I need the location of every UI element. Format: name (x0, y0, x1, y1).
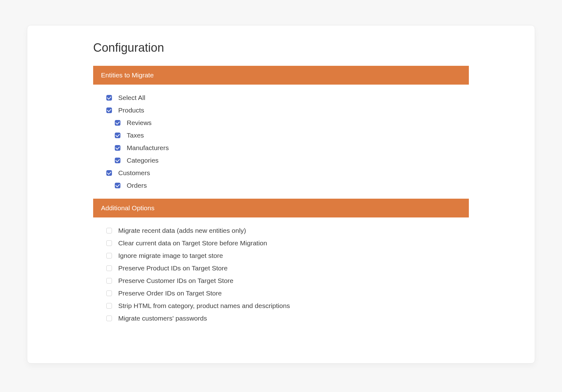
entities-checkbox-select-all[interactable] (106, 95, 112, 101)
entities-label-products: Products (118, 107, 144, 114)
options-section-header: Additional Options (93, 199, 469, 217)
options-row-migrate-recent-data-adds-new-entities-only: Migrate recent data (adds new entities o… (106, 227, 469, 234)
entities-checkbox-manufacturers[interactable] (115, 145, 120, 151)
options-checkbox-preserve-customer-ids-on-target-store[interactable] (106, 278, 112, 284)
entities-section-body: Select AllProductsReviewsTaxesManufactur… (93, 94, 469, 199)
options-row-strip-html-from-category-product-names-and-descriptions: Strip HTML from category, product names … (106, 302, 469, 310)
options-checkbox-preserve-product-ids-on-target-store[interactable] (106, 265, 112, 271)
entities-label-reviews: Reviews (127, 119, 151, 127)
entities-label-orders: Orders (127, 182, 147, 189)
entities-label-manufacturers: Manufacturers (127, 144, 169, 152)
entities-row-categories: Categories (106, 157, 469, 164)
entities-row-taxes: Taxes (106, 132, 469, 139)
entities-section-header: Entities to Migrate (93, 66, 469, 85)
options-label-preserve-customer-ids-on-target-store: Preserve Customer IDs on Target Store (118, 277, 233, 285)
options-label-migrate-recent-data-adds-new-entities-only: Migrate recent data (adds new entities o… (118, 227, 246, 234)
options-checkbox-ignore-migrate-image-to-target-store[interactable] (106, 253, 112, 259)
options-checkbox-preserve-order-ids-on-target-store[interactable] (106, 290, 112, 296)
options-row-migrate-customers-passwords: Migrate customers' passwords (106, 315, 469, 322)
entities-row-manufacturers: Manufacturers (106, 144, 469, 152)
options-row-preserve-customer-ids-on-target-store: Preserve Customer IDs on Target Store (106, 277, 469, 285)
options-label-strip-html-from-category-product-names-and-descriptions: Strip HTML from category, product names … (118, 302, 290, 310)
entities-row-select-all: Select All (106, 94, 469, 102)
entities-checkbox-categories[interactable] (115, 158, 120, 163)
options-row-preserve-product-ids-on-target-store: Preserve Product IDs on Target Store (106, 264, 469, 272)
entities-label-select-all: Select All (118, 94, 145, 102)
entities-label-categories: Categories (127, 157, 159, 164)
configuration-card: Configuration Entities to Migrate Select… (27, 25, 535, 363)
entities-label-taxes: Taxes (127, 132, 144, 139)
options-row-ignore-migrate-image-to-target-store: Ignore migrate image to target store (106, 252, 469, 259)
options-label-preserve-order-ids-on-target-store: Preserve Order IDs on Target Store (118, 290, 222, 297)
entities-row-orders: Orders (106, 182, 469, 189)
options-checkbox-clear-current-data-on-target-store-before-migration[interactable] (106, 240, 112, 246)
options-checkbox-strip-html-from-category-product-names-and-descriptions[interactable] (106, 303, 112, 309)
options-label-clear-current-data-on-target-store-before-migration: Clear current data on Target Store befor… (118, 239, 267, 247)
options-section-body: Migrate recent data (adds new entities o… (93, 227, 469, 332)
options-row-preserve-order-ids-on-target-store: Preserve Order IDs on Target Store (106, 290, 469, 297)
entities-label-customers: Customers (118, 169, 150, 177)
entities-checkbox-customers[interactable] (106, 170, 112, 176)
options-label-ignore-migrate-image-to-target-store: Ignore migrate image to target store (118, 252, 223, 259)
entities-checkbox-orders[interactable] (115, 183, 120, 188)
options-checkbox-migrate-recent-data-adds-new-entities-only[interactable] (106, 228, 112, 233)
entities-row-reviews: Reviews (106, 119, 469, 127)
options-row-clear-current-data-on-target-store-before-migration: Clear current data on Target Store befor… (106, 239, 469, 247)
entities-row-customers: Customers (106, 169, 469, 177)
options-checkbox-migrate-customers-passwords[interactable] (106, 316, 112, 321)
options-label-preserve-product-ids-on-target-store: Preserve Product IDs on Target Store (118, 264, 228, 272)
page-title: Configuration (93, 41, 469, 55)
entities-checkbox-reviews[interactable] (115, 120, 120, 126)
entities-checkbox-taxes[interactable] (115, 133, 120, 138)
options-label-migrate-customers-passwords: Migrate customers' passwords (118, 315, 207, 322)
entities-row-products: Products (106, 107, 469, 114)
entities-checkbox-products[interactable] (106, 107, 112, 113)
